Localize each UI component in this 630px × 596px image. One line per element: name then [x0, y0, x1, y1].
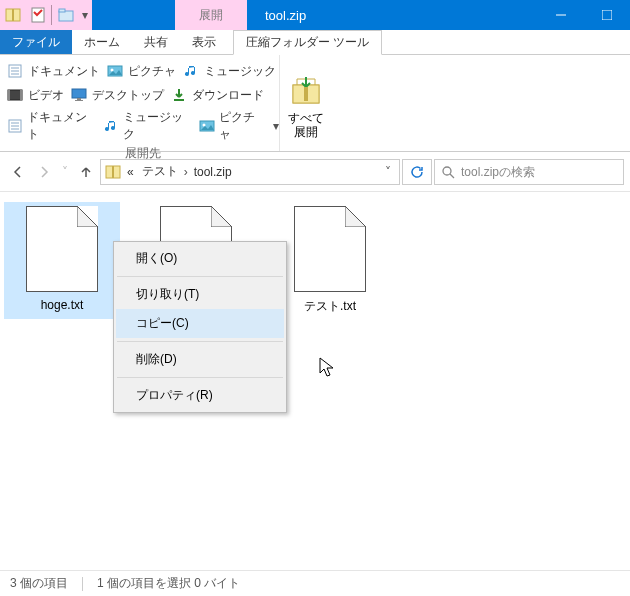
status-item-count: 3 個の項目 [10, 575, 68, 592]
ctx-separator [117, 377, 283, 378]
breadcrumb-root[interactable]: « [123, 165, 138, 179]
tab-view[interactable]: 表示 [180, 30, 228, 54]
ctx-delete[interactable]: 削除(D) [116, 345, 284, 374]
tab-share[interactable]: 共有 [132, 30, 180, 54]
dest-pictures-2[interactable]: ピクチャ [198, 109, 265, 143]
refresh-button[interactable] [402, 159, 432, 185]
svg-rect-13 [8, 90, 22, 100]
qat-separator [51, 5, 52, 25]
svg-rect-19 [174, 99, 184, 101]
dest-music-2[interactable]: ミュージック [102, 109, 192, 143]
ctx-separator [117, 341, 283, 342]
ribbon-extract-all[interactable]: すべて 展開 [280, 55, 332, 151]
minimize-button[interactable] [538, 0, 584, 30]
address-bar: ˅ « テスト › tool.zip ˅ [0, 152, 630, 192]
dest-video[interactable]: ビデオ [6, 86, 64, 104]
ctx-open[interactable]: 開く(O) [116, 244, 284, 273]
ctx-cut[interactable]: 切り取り(T) [116, 280, 284, 309]
title-bar: ▾ 展開 tool.zip [0, 0, 630, 30]
svg-rect-15 [20, 90, 22, 100]
svg-line-32 [450, 174, 454, 178]
search-box[interactable] [434, 159, 624, 185]
ctx-properties[interactable]: プロパティ(R) [116, 381, 284, 410]
search-input[interactable] [461, 165, 617, 179]
nav-recent-dropdown[interactable]: ˅ [58, 160, 72, 184]
svg-rect-4 [59, 9, 65, 12]
nav-forward-button[interactable] [32, 160, 56, 184]
contextual-tab-header: 展開 [174, 0, 247, 30]
dest-more-dropdown[interactable]: ▾ [273, 119, 279, 133]
svg-rect-14 [8, 90, 10, 100]
dest-pictures[interactable]: ピクチャ [106, 62, 176, 80]
svg-rect-16 [72, 89, 86, 98]
status-selection: 1 個の項目を選択 0 バイト [97, 575, 240, 592]
svg-rect-18 [75, 100, 83, 101]
qat-customize-icon[interactable]: ▾ [78, 3, 92, 28]
folder-zip-icon [103, 162, 123, 182]
status-bar: 3 個の項目 1 個の項目を選択 0 バイト [0, 570, 630, 596]
nav-back-button[interactable] [6, 160, 30, 184]
dest-music[interactable]: ミュージック [182, 62, 276, 80]
qat-newfolder-icon[interactable] [53, 3, 78, 28]
qat-archive-icon[interactable] [0, 3, 25, 28]
ctx-separator [117, 276, 283, 277]
search-icon [441, 165, 455, 179]
ribbon-group-destination: ドキュメント ピクチャ ミュージック ビデオ デスクトップ ダウンロード ドキュ… [0, 55, 280, 151]
maximize-button[interactable] [584, 0, 630, 30]
cursor-icon [319, 357, 337, 379]
file-item[interactable]: テスト.txt [272, 202, 388, 319]
chevron-right-icon[interactable]: › [182, 165, 190, 179]
context-menu: 開く(O) 切り取り(T) コピー(C) 削除(D) プロパティ(R) [113, 241, 287, 413]
file-item[interactable]: hoge.txt [4, 202, 120, 319]
breadcrumb-archive[interactable]: tool.zip [190, 165, 236, 179]
explorer-window: ▾ 展開 tool.zip ファイル ホーム 共有 表示 圧縮フォルダー ツール… [0, 0, 630, 596]
breadcrumb-bar[interactable]: « テスト › tool.zip ˅ [100, 159, 400, 185]
qat-properties-icon[interactable] [25, 3, 50, 28]
svg-rect-17 [77, 98, 81, 100]
svg-point-31 [443, 167, 451, 175]
file-label: テスト.txt [304, 298, 356, 315]
file-label: hoge.txt [41, 298, 84, 312]
dest-documents-2[interactable]: ドキュメント [6, 109, 96, 143]
nav-up-button[interactable] [74, 160, 98, 184]
dest-downloads[interactable]: ダウンロード [170, 86, 264, 104]
file-pane[interactable]: hoge.txt テスト.txt 開く(O) 切り取り(T) コピー(C) [0, 192, 630, 570]
svg-rect-28 [304, 87, 308, 101]
address-dropdown-icon[interactable]: ˅ [379, 165, 397, 179]
tab-compressed-tools[interactable]: 圧縮フォルダー ツール [233, 30, 382, 55]
ribbon: ドキュメント ピクチャ ミュージック ビデオ デスクトップ ダウンロード ドキュ… [0, 55, 630, 152]
dest-documents[interactable]: ドキュメント [6, 62, 100, 80]
window-title: tool.zip [247, 0, 538, 30]
ctx-copy[interactable]: コピー(C) [116, 309, 284, 338]
tab-home[interactable]: ホーム [72, 30, 132, 54]
status-separator [82, 577, 83, 591]
ribbon-tabs: ファイル ホーム 共有 表示 圧縮フォルダー ツール [0, 30, 630, 55]
extract-all-icon [289, 73, 323, 107]
tab-file[interactable]: ファイル [0, 30, 72, 54]
text-file-icon [294, 206, 366, 292]
svg-rect-6 [602, 10, 612, 20]
dest-desktop[interactable]: デスクトップ [70, 86, 164, 104]
text-file-icon [26, 206, 98, 292]
svg-rect-1 [12, 9, 14, 21]
svg-rect-30 [112, 166, 114, 178]
breadcrumb-folder[interactable]: テスト [138, 163, 182, 180]
quick-access-toolbar: ▾ [0, 0, 92, 30]
